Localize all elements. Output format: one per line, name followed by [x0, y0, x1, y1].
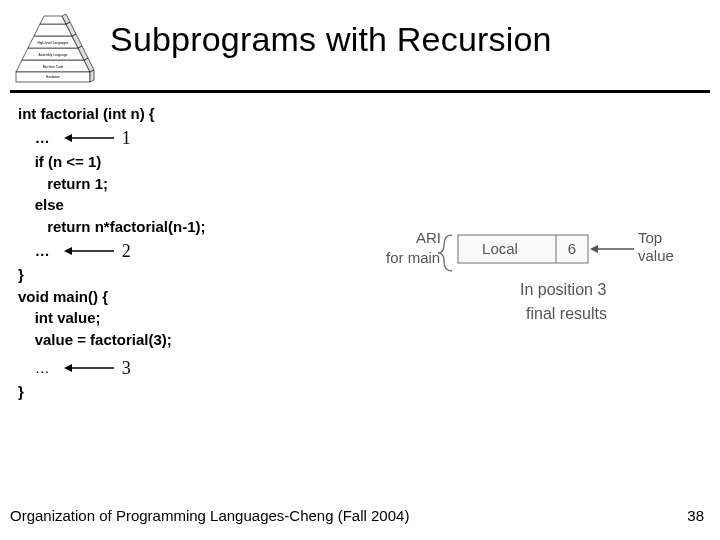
svg-marker-4 — [40, 16, 66, 24]
svg-marker-19 — [64, 247, 72, 255]
slide-footer: Organization of Programming Languages-Ch… — [10, 507, 409, 524]
code-line-annot-3: … 3 — [18, 355, 131, 381]
code-line: } — [18, 264, 358, 286]
code-line: int value; — [18, 307, 358, 329]
svg-marker-17 — [64, 134, 72, 142]
svg-marker-11 — [90, 70, 94, 82]
ari-diagram: ARI for main Local 6 Top value In positi… — [358, 103, 710, 345]
arrow-head — [590, 245, 598, 253]
code-line: if (n <= 1) — [18, 151, 358, 173]
svg-text:Hardware: Hardware — [46, 75, 60, 79]
code-listing: int factorial (int n) { … 1 if (n <= 1) … — [18, 103, 358, 403]
code-line: … — [18, 357, 50, 379]
value-label: value — [638, 247, 674, 264]
code-line: … — [18, 240, 50, 262]
svg-text:Machine Code: Machine Code — [43, 65, 64, 69]
page-number: 38 — [687, 507, 704, 524]
svg-text:Assembly Language: Assembly Language — [39, 53, 68, 57]
svg-marker-3 — [34, 24, 72, 36]
stack-frame-diagram: ARI for main Local 6 Top value In positi… — [380, 221, 680, 341]
top-label: Top — [638, 229, 662, 246]
slide-body: int factorial (int n) { … 1 if (n <= 1) … — [0, 93, 720, 403]
code-line: return n*factorial(n-1); — [18, 216, 358, 238]
code-line: int factorial (int n) { — [18, 103, 358, 125]
slide-header: Machine Code Assembly Language High-leve… — [0, 0, 720, 84]
code-line: void main() { — [18, 286, 358, 308]
code-line: return 1; — [18, 173, 358, 195]
annotation-number: 3 — [122, 355, 131, 381]
code-line-annot-1: … 1 — [18, 125, 131, 151]
code-line: … — [18, 127, 50, 149]
arrow-left-icon — [64, 363, 114, 373]
code-line-annot-2: … 2 — [18, 238, 131, 264]
arrow-left-icon — [64, 246, 114, 256]
for-main-label: for main — [386, 249, 440, 266]
caption-line-1: In position 3 — [520, 281, 606, 298]
svg-text:High-level Languages: High-level Languages — [38, 41, 69, 45]
local-label: Local — [482, 240, 518, 257]
code-line: } — [18, 381, 358, 403]
annotation-number: 2 — [122, 238, 131, 264]
caption-line-2: final results — [526, 305, 607, 322]
local-value: 6 — [568, 240, 576, 257]
arrow-left-icon — [64, 133, 114, 143]
code-line: else — [18, 194, 358, 216]
annotation-number: 1 — [122, 125, 131, 151]
ari-label: ARI — [416, 229, 441, 246]
slide-title: Subprograms with Recursion — [110, 20, 552, 59]
pyramid-icon: Machine Code Assembly Language High-leve… — [10, 12, 96, 84]
svg-marker-21 — [64, 364, 72, 372]
code-line: value = factorial(3); — [18, 329, 358, 351]
